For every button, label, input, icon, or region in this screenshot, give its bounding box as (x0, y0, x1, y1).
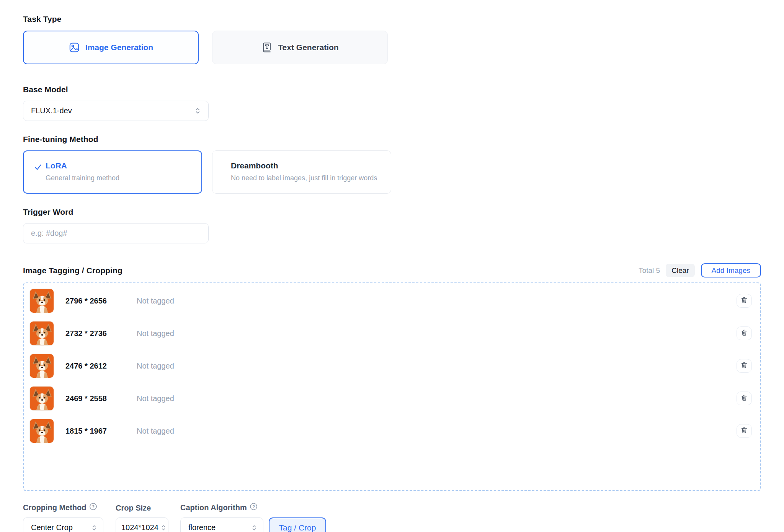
image-section-label: Image Tagging / Cropping (23, 266, 122, 275)
image-total-count: Total 5 (639, 266, 660, 275)
task-type-label: Task Type (23, 15, 761, 24)
cropping-method-select[interactable]: Center Crop (23, 517, 103, 532)
trigger-word-label: Trigger Word (23, 207, 761, 217)
caption-algorithm-label: Caption Algorithm (180, 503, 247, 512)
crop-size-field: Crop Size 1024*1024 (116, 504, 168, 532)
method-dreambooth-subtitle: No need to label images, just fill in tr… (231, 173, 377, 183)
delete-image-button[interactable] (737, 359, 752, 373)
task-image-generation-label: Image Generation (85, 43, 153, 52)
trash-icon (740, 329, 748, 338)
fine-tuning-label: Fine-tuning Method (23, 135, 761, 144)
delete-image-button[interactable] (737, 326, 752, 340)
svg-text:?: ? (92, 504, 95, 509)
method-dreambooth-texts: Dreambooth No need to label images, just… (231, 161, 377, 183)
bottom-controls: Cropping Method ? Center Crop Crop Size … (23, 503, 761, 532)
image-section-header: Image Tagging / Cropping Total 5 Clear A… (23, 263, 761, 277)
image-dimensions: 2476 * 2612 (65, 362, 137, 370)
task-image-generation-button[interactable]: Image Generation (23, 31, 199, 64)
corgi-thumbnail[interactable] (29, 289, 54, 313)
caption-algorithm-value: florence (188, 523, 216, 532)
image-status: Not tagged (137, 329, 174, 338)
caption-algorithm-select[interactable]: florence (180, 517, 263, 532)
base-model-select[interactable]: FLUX.1-dev (23, 101, 209, 121)
add-images-button[interactable]: Add Images (701, 263, 761, 277)
image-dimensions: 2732 * 2736 (65, 329, 137, 338)
image-icon (69, 42, 80, 53)
clear-images-button[interactable]: Clear (666, 264, 694, 277)
trash-icon (740, 296, 748, 305)
image-row-3: 2476 * 2612 Not tagged (29, 354, 752, 378)
trash-icon (740, 361, 748, 370)
image-row-4: 2469 * 2558 Not tagged (29, 386, 752, 411)
updown-chevron-icon (247, 524, 257, 531)
method-lora-title: LoRA (46, 161, 119, 170)
image-dimensions: 2796 * 2656 (65, 297, 137, 305)
base-model-label: Base Model (23, 85, 761, 94)
image-status: Not tagged (137, 427, 174, 436)
task-text-generation-label: Text Generation (278, 43, 338, 52)
image-dimensions: 2469 * 2558 (65, 394, 137, 403)
updown-chevron-icon (87, 524, 97, 531)
crop-size-label-row: Crop Size (116, 504, 168, 512)
caption-algorithm-field: Caption Algorithm ? florence (180, 503, 263, 532)
updown-chevron-icon (195, 107, 201, 114)
lora-training-form: Task Type Image Generation Text Generati (0, 0, 784, 532)
crop-size-select[interactable]: 1024*1024 (116, 517, 168, 532)
cropping-method-value: Center Crop (31, 523, 73, 532)
trash-icon (740, 394, 748, 403)
check-icon (34, 163, 42, 171)
crop-size-value: 1024*1024 (121, 523, 158, 532)
method-dreambooth-title: Dreambooth (231, 161, 377, 170)
delete-image-button[interactable] (737, 294, 752, 308)
method-lora-subtitle: General training method (46, 173, 119, 183)
fine-tuning-options: LoRA General training method Dreambooth … (23, 150, 761, 194)
delete-image-button[interactable] (737, 424, 752, 438)
trigger-word-input[interactable] (23, 223, 209, 243)
image-row-1: 2796 * 2656 Not tagged (29, 289, 752, 313)
image-row-2: 2732 * 2736 Not tagged (29, 321, 752, 346)
image-row-5: 1815 * 1967 Not tagged (29, 419, 752, 443)
task-text-generation-button[interactable]: Text Generation (212, 31, 388, 64)
image-dropzone[interactable]: 2796 * 2656 Not tagged 2732 * 2736 Not t… (23, 282, 761, 491)
cropping-method-label-row: Cropping Method ? (23, 503, 103, 512)
svg-text:?: ? (252, 504, 255, 509)
corgi-thumbnail[interactable] (29, 419, 54, 443)
tag-crop-button[interactable]: Tag / Crop (269, 517, 326, 532)
cropping-method-label: Cropping Method (23, 503, 87, 512)
image-status: Not tagged (137, 297, 174, 305)
help-icon[interactable]: ? (89, 503, 97, 512)
trash-icon (740, 426, 748, 436)
corgi-thumbnail[interactable] (29, 354, 54, 378)
image-status: Not tagged (137, 394, 174, 403)
method-lora-texts: LoRA General training method (46, 161, 119, 183)
text-book-icon (261, 42, 273, 53)
base-model-value: FLUX.1-dev (31, 106, 72, 115)
delete-image-button[interactable] (737, 392, 752, 405)
corgi-thumbnail[interactable] (29, 386, 54, 411)
image-dimensions: 1815 * 1967 (65, 427, 137, 436)
corgi-thumbnail[interactable] (29, 321, 54, 346)
updown-chevron-icon (158, 524, 166, 531)
image-status: Not tagged (137, 362, 174, 370)
task-type-options: Image Generation Text Generation (23, 31, 761, 64)
method-lora-card[interactable]: LoRA General training method (23, 150, 202, 194)
cropping-method-field: Cropping Method ? Center Crop (23, 503, 103, 532)
method-dreambooth-card[interactable]: Dreambooth No need to label images, just… (212, 150, 391, 194)
caption-algorithm-label-row: Caption Algorithm ? (180, 503, 263, 512)
help-icon[interactable]: ? (250, 503, 258, 512)
crop-size-label: Crop Size (116, 504, 151, 512)
